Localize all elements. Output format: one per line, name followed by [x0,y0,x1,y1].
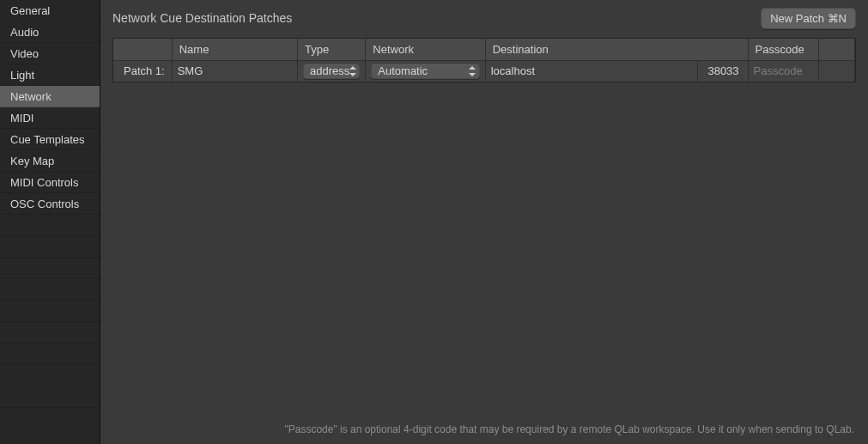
sidebar-item-video[interactable]: Video [0,43,100,64]
empty-area [100,82,868,444]
sidebar-item-midi-controls[interactable]: MIDI Controls [0,172,100,193]
sidebar-item-empty: . [0,279,100,301]
main-panel: Network Cue Destination Patches New Patc… [100,0,868,444]
sidebar-item-label: Cue Templates [10,133,84,146]
sidebar-item-empty: . [0,236,100,258]
patch-name-value: SMG [178,64,203,77]
sidebar-item-general[interactable]: General [0,0,100,21]
sidebar-item-empty: . [0,408,100,429]
sidebar-item-cue-templates[interactable]: Cue Templates [0,129,100,150]
sidebar-item-key-map[interactable]: Key Map [0,150,100,172]
sidebar-item-empty: . [0,344,100,365]
destination-value: localhost [491,64,535,77]
sidebar-item-label: OSC Controls [10,198,79,210]
col-header-destination: Destination [485,39,748,60]
type-select-value: address [310,64,349,77]
type-select[interactable]: address [303,64,360,79]
sidebar-item-label: MIDI Controls [10,176,78,189]
col-header-type: Type [298,39,366,60]
sidebar-item-empty: . [0,365,100,386]
sidebar-item-empty: . [0,258,100,279]
app-root: General Audio Video Light Network MIDI C… [0,0,868,444]
patch-passcode-cell[interactable]: Passcode [748,60,818,82]
sidebar-item-empty: . [0,386,100,408]
footer-note: "Passcode" is an optional 4-digit code t… [284,423,854,435]
sidebar-item-label: Audio [10,26,39,39]
sidebar-item-label: Light [10,69,34,82]
patch-table: Name Type Network Destination Passcode P… [113,39,855,82]
sidebar-item-label: Network [10,90,52,103]
col-header-name: Name [172,39,297,60]
sidebar-item-empty: . [0,215,100,236]
patch-destination-cell[interactable]: localhost [485,60,698,82]
col-header-end [818,39,854,60]
updown-arrows-icon [469,66,476,76]
sidebar-item-audio[interactable]: Audio [0,21,100,43]
patch-network-cell: Automatic [366,60,485,82]
patch-label-cell: Patch 1: [113,60,172,82]
patch-port-cell[interactable]: 38033 [698,60,748,82]
sidebar-item-network[interactable]: Network [0,86,100,107]
new-patch-button[interactable]: New Patch ⌘N [761,8,856,29]
col-header-blank [113,39,172,60]
header-row: Network Cue Destination Patches New Patc… [100,0,868,31]
sidebar-item-osc-controls[interactable]: OSC Controls [0,193,100,215]
network-select[interactable]: Automatic [371,64,479,79]
sidebar-item-light[interactable]: Light [0,64,100,86]
sidebar-item-empty: . [0,322,100,344]
sidebar-item-label: Video [10,47,39,60]
sidebar-item-label: MIDI [10,112,33,125]
patch-table-wrap: Name Type Network Destination Passcode P… [112,38,856,82]
table-row: Patch 1: SMG address [113,60,855,82]
updown-arrows-icon [349,66,355,76]
sidebar-item-label: General [10,4,50,17]
sidebar-item-midi[interactable]: MIDI [0,107,100,129]
sidebar: General Audio Video Light Network MIDI C… [0,0,100,444]
table-header-row: Name Type Network Destination Passcode [113,39,855,60]
sidebar-item-label: Key Map [10,155,54,167]
patch-name-cell[interactable]: SMG [172,60,297,82]
page-title: Network Cue Destination Patches [112,11,761,25]
passcode-placeholder: Passcode [754,64,803,77]
sidebar-item-empty: . [0,301,100,322]
col-header-network: Network [366,39,485,60]
patch-label: Patch 1: [124,64,165,77]
network-select-value: Automatic [378,64,428,77]
patch-end-cell [818,60,854,82]
new-patch-button-label: New Patch ⌘N [770,12,847,25]
patch-type-cell: address [298,60,366,82]
port-value: 38033 [707,64,738,77]
col-header-passcode: Passcode [748,39,818,60]
